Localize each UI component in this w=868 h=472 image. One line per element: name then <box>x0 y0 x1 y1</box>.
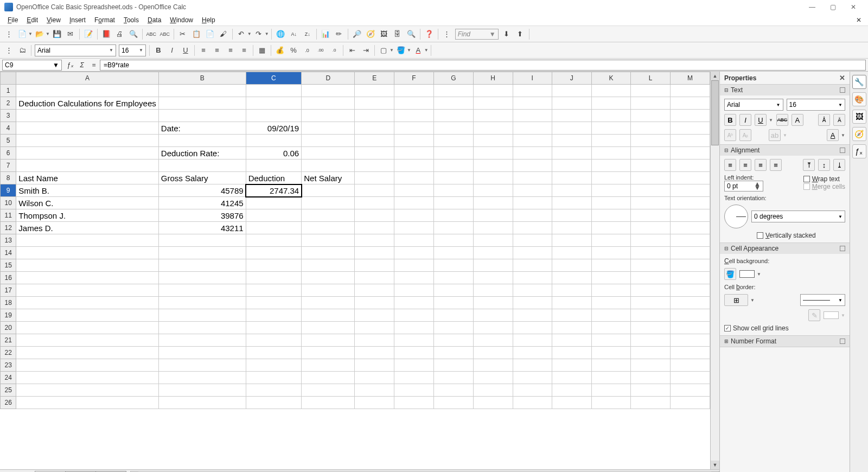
section-options-icon[interactable] <box>840 246 845 251</box>
row-header-3[interactable]: 3 <box>1 110 16 122</box>
cell-K16[interactable] <box>591 272 631 284</box>
row-header-15[interactable]: 15 <box>1 259 16 272</box>
cell-B17[interactable] <box>158 284 246 297</box>
cell-C15[interactable] <box>246 259 302 272</box>
cell-J26[interactable] <box>552 397 591 409</box>
cell-K17[interactable] <box>591 284 631 297</box>
cell-K7[interactable] <box>591 160 631 172</box>
cell-C2[interactable] <box>246 97 302 110</box>
cell-H5[interactable] <box>473 135 513 147</box>
col-header-H[interactable]: H <box>473 72 513 85</box>
row-header-4[interactable]: 4 <box>1 122 16 135</box>
cell-J21[interactable] <box>552 334 591 347</box>
cell-J22[interactable] <box>552 347 591 359</box>
section-options-icon[interactable] <box>840 148 845 153</box>
cell-D3[interactable] <box>302 110 355 122</box>
cell-C7[interactable] <box>246 160 302 172</box>
cell-F25[interactable] <box>394 384 434 397</box>
font-color-button[interactable]: A <box>412 44 425 57</box>
cell-H6[interactable] <box>473 147 513 160</box>
open-button[interactable]: 📂 <box>33 28 46 41</box>
cell-F23[interactable] <box>394 359 434 372</box>
cell-J14[interactable] <box>552 247 591 259</box>
cell-C8[interactable]: Deduction <box>246 172 302 184</box>
cell-K22[interactable] <box>591 347 631 359</box>
sidebar-tab-navigator[interactable]: 🧭 <box>852 127 866 141</box>
cell-M9[interactable] <box>670 184 710 197</box>
row-header-20[interactable]: 20 <box>1 322 16 334</box>
menu-view[interactable]: View <box>42 15 65 25</box>
cell-K2[interactable] <box>591 97 631 110</box>
cell-E23[interactable] <box>355 359 394 372</box>
row-header-1[interactable]: 1 <box>1 85 16 97</box>
cell-J1[interactable] <box>552 85 591 97</box>
cell-K12[interactable] <box>591 222 631 234</box>
cell-D1[interactable] <box>302 85 355 97</box>
cell-J19[interactable] <box>552 309 591 322</box>
close-document-button[interactable]: ✕ <box>853 15 865 25</box>
cell-C24[interactable] <box>246 372 302 384</box>
cell-B8[interactable]: Gross Salary <box>158 172 246 184</box>
cell-L10[interactable] <box>631 197 671 209</box>
cell-I13[interactable] <box>513 234 552 247</box>
cell-J13[interactable] <box>552 234 591 247</box>
cell-H1[interactable] <box>473 85 513 97</box>
cell-G20[interactable] <box>433 322 473 334</box>
cell-A24[interactable] <box>16 372 158 384</box>
cut-button[interactable]: ✂ <box>176 28 189 41</box>
cell-I3[interactable] <box>513 110 552 122</box>
cell-E3[interactable] <box>355 110 394 122</box>
row-header-13[interactable]: 13 <box>1 234 16 247</box>
cell-H7[interactable] <box>473 160 513 172</box>
find-next-button[interactable]: ⬇ <box>500 28 513 41</box>
cell-J5[interactable] <box>552 135 591 147</box>
tab-nav-prev[interactable]: ◀ <box>9 470 17 473</box>
cell-A17[interactable] <box>16 284 158 297</box>
cell-E16[interactable] <box>355 272 394 284</box>
cell-K24[interactable] <box>591 372 631 384</box>
cell-J4[interactable] <box>552 122 591 135</box>
row-header-21[interactable]: 21 <box>1 334 16 347</box>
cell-D15[interactable] <box>302 259 355 272</box>
cell-K6[interactable] <box>591 147 631 160</box>
cell-F22[interactable] <box>394 347 434 359</box>
cell-H26[interactable] <box>473 397 513 409</box>
cell-L1[interactable] <box>631 85 671 97</box>
cell-E13[interactable] <box>355 234 394 247</box>
email-button[interactable]: ✉ <box>64 28 77 41</box>
cell-A25[interactable] <box>16 384 158 397</box>
cell-G21[interactable] <box>433 334 473 347</box>
italic-button[interactable]: I <box>165 44 178 57</box>
cell-E24[interactable] <box>355 372 394 384</box>
borders-button[interactable]: ▢ <box>377 44 390 57</box>
col-header-B[interactable]: B <box>158 72 246 85</box>
cell-G15[interactable] <box>433 259 473 272</box>
row-header-26[interactable]: 26 <box>1 397 16 409</box>
cell-A9[interactable]: Smith B. <box>16 184 158 197</box>
cell-M23[interactable] <box>670 359 710 372</box>
cell-A6[interactable] <box>16 147 158 160</box>
menu-window[interactable]: Window <box>165 15 197 25</box>
cell-B25[interactable] <box>158 384 246 397</box>
cell-I26[interactable] <box>513 397 552 409</box>
text-font-combo[interactable]: Arial▼ <box>724 99 783 111</box>
cell-A7[interactable] <box>16 160 158 172</box>
font-name-combo[interactable]: Arial▼ <box>35 44 116 56</box>
cell-E4[interactable] <box>355 122 394 135</box>
cell-I7[interactable] <box>513 160 552 172</box>
row-header-9[interactable]: 9 <box>1 184 16 197</box>
cell-K20[interactable] <box>591 322 631 334</box>
cell-G19[interactable] <box>433 309 473 322</box>
format-paintbrush-button[interactable]: 🖌 <box>217 28 230 41</box>
cell-K14[interactable] <box>591 247 631 259</box>
cell-G9[interactable] <box>433 184 473 197</box>
cell-M15[interactable] <box>670 259 710 272</box>
col-header-I[interactable]: I <box>513 72 552 85</box>
function-wizard-button[interactable]: ƒₓ <box>64 60 76 71</box>
orientation-combo[interactable]: 0 degrees▼ <box>751 211 845 222</box>
cell-H24[interactable] <box>473 372 513 384</box>
cell-A21[interactable] <box>16 334 158 347</box>
cell-L25[interactable] <box>631 384 671 397</box>
cell-H12[interactable] <box>473 222 513 234</box>
redo-button[interactable]: ↷ <box>252 28 265 41</box>
